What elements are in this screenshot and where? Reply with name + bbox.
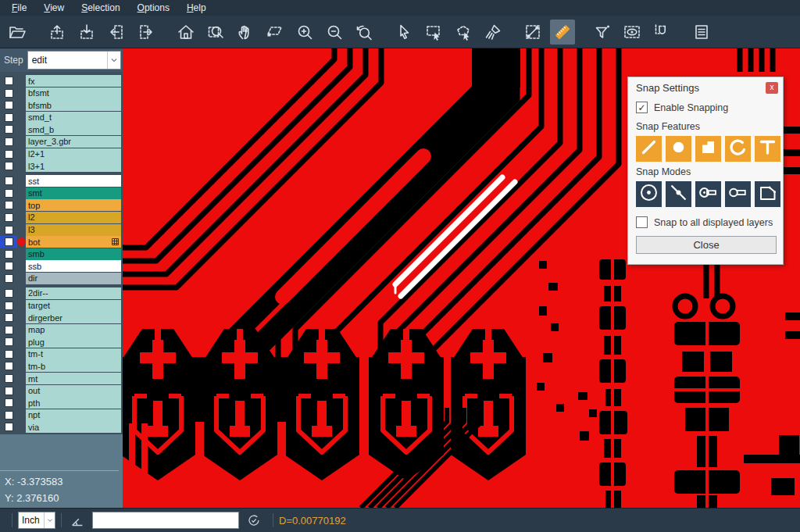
layer-visibility-checkbox[interactable] xyxy=(0,360,17,372)
layer-row-top[interactable]: top xyxy=(0,199,123,211)
layer-visibility-checkbox[interactable] xyxy=(0,287,17,299)
layer-visibility-checkbox[interactable] xyxy=(0,409,17,421)
layer-name[interactable]: layer_3.gbr xyxy=(26,136,121,148)
open-file-button[interactable] xyxy=(5,20,30,45)
snap-feature-line-button[interactable] xyxy=(636,136,662,162)
layer-name[interactable]: dir xyxy=(26,273,121,284)
layer-row-dir[interactable]: dir xyxy=(0,273,123,284)
snap-feature-arc-button[interactable] xyxy=(725,136,751,162)
move-right-button[interactable] xyxy=(134,20,159,45)
layer-visibility-checkbox[interactable] xyxy=(0,421,17,433)
layer-name[interactable]: smb xyxy=(26,248,121,260)
layer-visibility-checkbox[interactable] xyxy=(0,336,17,348)
layer-name[interactable]: 2dir-- xyxy=(26,287,121,299)
zoom-out-button[interactable] xyxy=(322,20,347,45)
layer-name[interactable]: bfsmb xyxy=(26,99,121,111)
layer-row-bfsmb[interactable]: bfsmb xyxy=(0,99,123,111)
layer-visibility-checkbox[interactable] xyxy=(0,148,17,160)
layer-row-bfsmt[interactable]: bfsmt xyxy=(0,87,123,99)
layer-visibility-checkbox[interactable] xyxy=(0,373,17,384)
menu-item-view[interactable]: View xyxy=(35,0,73,16)
layer-row-pth[interactable]: pth xyxy=(0,397,123,409)
layer-name[interactable]: via xyxy=(26,421,121,433)
layer-visibility-checkbox[interactable] xyxy=(0,187,17,199)
layer-name[interactable]: plug xyxy=(26,336,121,348)
layer-visibility-checkbox[interactable] xyxy=(0,199,17,211)
select-rectangle-button[interactable] xyxy=(421,20,446,45)
pan-hand-button[interactable] xyxy=(233,20,258,45)
angle-measure-icon[interactable] xyxy=(69,512,86,529)
layer-visibility-checkbox[interactable] xyxy=(0,212,17,223)
layer-row-smd_b[interactable]: smd_b xyxy=(0,123,123,135)
layer-name[interactable]: dirgerber xyxy=(26,312,121,323)
ruler-button[interactable] xyxy=(550,20,575,45)
layer-name[interactable]: l3 xyxy=(26,224,121,236)
layer-visibility-checkbox[interactable] xyxy=(0,236,17,248)
layer-visibility-checkbox[interactable] xyxy=(0,87,17,99)
layer-name[interactable]: tm-t xyxy=(26,348,121,360)
layer-name[interactable]: npt xyxy=(26,409,121,421)
eye-options-button[interactable] xyxy=(620,20,645,45)
snap-centerline-button[interactable] xyxy=(695,181,721,207)
layer-visibility-checkbox[interactable] xyxy=(0,99,17,111)
layer-row-2dir--[interactable]: 2dir-- xyxy=(0,287,123,299)
move-shape-button[interactable] xyxy=(262,20,288,45)
layer-row-mt[interactable]: mt xyxy=(0,373,123,384)
layer-name[interactable]: tm-b xyxy=(26,360,121,372)
layer-name[interactable]: smd_b xyxy=(26,123,121,135)
snap-magnet-button[interactable] xyxy=(649,20,674,45)
menu-item-selection[interactable]: Selection xyxy=(73,0,128,16)
layer-name[interactable]: target xyxy=(26,300,121,312)
snap-feature-surface-button[interactable] xyxy=(695,136,721,162)
layer-name[interactable]: mt xyxy=(26,373,121,384)
command-input[interactable] xyxy=(92,512,239,529)
layer-visibility-checkbox[interactable] xyxy=(0,224,17,236)
layer-row-dirgerber[interactable]: dirgerber xyxy=(0,312,123,323)
layer-name[interactable]: smt xyxy=(26,187,121,199)
snap-contour-button[interactable] xyxy=(755,181,780,207)
dialog-title-bar[interactable]: Snap Settings x xyxy=(628,77,783,98)
layer-name[interactable]: l2+1 xyxy=(26,148,121,160)
layer-visibility-checkbox[interactable] xyxy=(0,260,17,272)
layer-visibility-checkbox[interactable] xyxy=(0,385,17,397)
layer-row-ssb[interactable]: ssb xyxy=(0,260,123,272)
layer-visibility-checkbox[interactable] xyxy=(0,273,17,284)
layer-row-smd_t[interactable]: smd_t xyxy=(0,112,123,123)
layer-visibility-checkbox[interactable] xyxy=(0,324,17,336)
home-view-button[interactable] xyxy=(173,20,198,45)
layer-name[interactable]: fx xyxy=(26,75,121,87)
layer-row-out[interactable]: out xyxy=(0,385,123,397)
layer-visibility-checkbox[interactable] xyxy=(0,300,17,312)
snap-feature-pad-button[interactable] xyxy=(666,136,691,162)
close-icon[interactable]: x xyxy=(766,82,778,94)
layer-visibility-checkbox[interactable] xyxy=(0,175,17,187)
layer-name[interactable]: map xyxy=(26,324,121,336)
layer-name[interactable]: smd_t xyxy=(26,112,121,123)
layer-row-bot[interactable]: bot xyxy=(0,236,123,248)
layer-row-target[interactable]: target xyxy=(0,300,123,312)
units-select[interactable]: Inch xyxy=(18,512,55,529)
all-layers-checkbox[interactable] xyxy=(636,216,648,228)
layer-row-tm-t[interactable]: tm-t xyxy=(0,348,123,360)
move-up-button[interactable] xyxy=(45,20,70,45)
layer-row-smb[interactable]: smb xyxy=(0,248,123,260)
select-polygon-button[interactable] xyxy=(451,20,476,45)
layer-row-layer_3.gbr[interactable]: layer_3.gbr xyxy=(0,136,123,148)
enable-snapping-checkbox[interactable]: ✓ xyxy=(636,102,648,113)
layer-visibility-checkbox[interactable] xyxy=(0,160,17,172)
layer-row-smt[interactable]: smt xyxy=(0,187,123,199)
layer-visibility-checkbox[interactable] xyxy=(0,397,17,409)
zoom-window-button[interactable] xyxy=(203,20,228,45)
layer-name[interactable]: l3+1 xyxy=(26,160,121,172)
zoom-in-button[interactable] xyxy=(292,20,317,45)
measure-line-button[interactable] xyxy=(520,20,545,45)
move-down-button[interactable] xyxy=(74,20,99,45)
snap-outline-button[interactable] xyxy=(725,181,751,207)
layer-name[interactable]: sst xyxy=(26,175,121,187)
layer-visibility-checkbox[interactable] xyxy=(0,312,17,323)
select-arrow-button[interactable] xyxy=(391,20,416,45)
layer-name[interactable]: top xyxy=(26,199,121,211)
layer-row-sst[interactable]: sst xyxy=(0,175,123,187)
sync-check-icon[interactable] xyxy=(247,513,261,527)
layer-row-l2+1[interactable]: l2+1 xyxy=(0,148,123,160)
